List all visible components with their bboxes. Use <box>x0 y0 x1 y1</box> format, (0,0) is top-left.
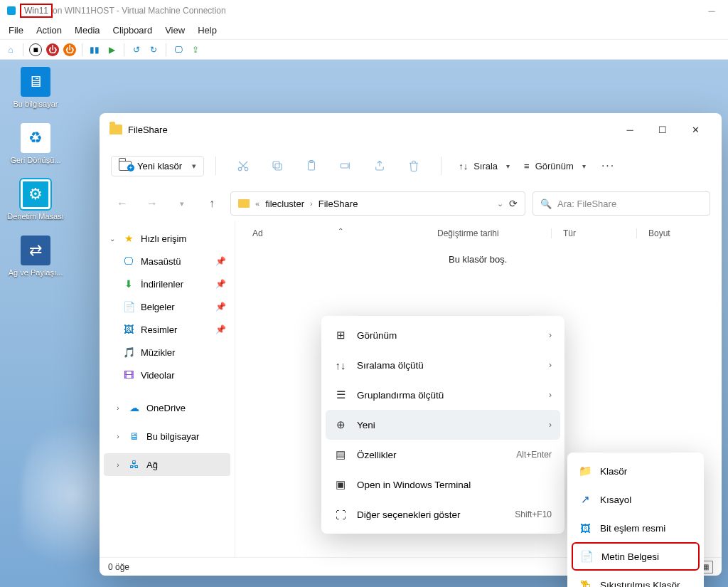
grid-icon: ⊞ <box>334 329 347 342</box>
group-icon: ☰ <box>334 388 347 401</box>
sidebar-item-desktop[interactable]: 🖵 Masaüstü 📌 <box>104 250 230 273</box>
chevron-right-icon[interactable]: › <box>310 199 313 208</box>
view-button[interactable]: ≡ Görünüm ▾ <box>518 153 592 179</box>
desktop-label: Geri Dönüşü... <box>7 156 64 165</box>
paste-button[interactable] <box>296 153 327 179</box>
column-modified[interactable]: Değiştirme tarihi <box>437 228 551 238</box>
back-button[interactable]: ← <box>111 197 134 210</box>
new-folder-button[interactable]: + Yeni klasör ▾ <box>111 156 204 176</box>
enhanced-session-icon[interactable]: 🖵 <box>172 43 185 56</box>
share-button[interactable] <box>364 153 395 179</box>
ctx-label: Diğer seçenekleri göster <box>357 509 505 520</box>
column-type[interactable]: Tür <box>551 228 636 238</box>
reset-button[interactable]: ▶ <box>105 43 118 56</box>
address-bar[interactable]: « filecluster › FileShare ⌄ ⟳ <box>230 191 525 216</box>
plus-badge-icon: + <box>127 164 134 171</box>
more-button[interactable]: ··· <box>594 159 622 172</box>
turnoff-button[interactable]: ⏻ <box>46 43 59 56</box>
close-button[interactable]: ✕ <box>679 117 712 142</box>
desktop-icon-network[interactable]: ⇄ Ağ ve Paylaşı... <box>7 236 64 277</box>
delete-button[interactable] <box>398 153 429 179</box>
sidebar-item-network[interactable]: › 🖧 Ağ <box>104 453 230 476</box>
sidebar-label: İndirilenler <box>141 279 183 290</box>
sidebar-label: Bu bilgisayar <box>146 431 199 442</box>
sidebar-label: Belgeler <box>141 302 175 312</box>
subctx-bitmap[interactable]: 🖼 Bit eşlem resmi <box>572 514 700 542</box>
context-menu: ⊞ Görünüm › ↑↓ Sıralama ölçütü › ☰ Grupl… <box>321 316 564 534</box>
up-button[interactable]: ↑ <box>200 197 223 210</box>
menu-clipboard[interactable]: Clipboard <box>113 25 153 36</box>
checkpoint-button[interactable]: ↺ <box>130 43 143 56</box>
desktop-icon-control-panel[interactable]: ⚙ Denetim Masası <box>7 179 64 221</box>
breadcrumb-ellipsis[interactable]: « <box>255 199 259 208</box>
sidebar-item-pictures[interactable]: 🖼 Resimler 📌 <box>104 318 230 341</box>
recent-locations-button[interactable]: ▾ <box>171 199 193 208</box>
subctx-label: Sıkıştırılmış Klasör <box>600 580 680 588</box>
column-headers: Ad⌃ Değiştirme tarihi Tür Boyut <box>235 221 722 245</box>
subctx-folder[interactable]: 📁 Klasör <box>572 457 700 485</box>
chevron-down-icon[interactable]: ⌄ <box>497 199 503 208</box>
ctrl-alt-del-icon[interactable]: ⌂ <box>4 43 17 56</box>
terminal-icon: ▣ <box>334 478 347 491</box>
desktop-icon-this-pc[interactable]: 🖥 Bu bilgisayar <box>7 67 64 109</box>
revert-button[interactable]: ↻ <box>147 43 160 56</box>
ctx-group[interactable]: ☰ Gruplandırma ölçütü › <box>326 380 560 410</box>
sidebar-item-music[interactable]: 🎵 Müzikler <box>104 341 230 364</box>
sidebar-item-downloads[interactable]: ⬇ İndirilenler 📌 <box>104 273 230 295</box>
desktop-label: Denetim Masası <box>7 212 64 221</box>
sidebar-item-onedrive[interactable]: › ☁ OneDrive <box>104 396 230 419</box>
host-toolbar: ⌂ ■ ⏻ ⏻ ▮▮ ▶ ↺ ↻ 🖵 ⇪ <box>0 40 728 60</box>
ctx-new[interactable]: ⊕ Yeni › <box>326 410 560 440</box>
search-icon: 🔍 <box>540 199 552 209</box>
host-minimize-button[interactable]: ─ <box>695 0 728 21</box>
menu-help[interactable]: Help <box>198 25 217 36</box>
explorer-titlebar[interactable]: FileShare ─ ☐ ✕ <box>100 113 722 146</box>
recycle-icon: ♻ <box>21 123 50 153</box>
sidebar-item-documents[interactable]: 📄 Belgeler 📌 <box>104 295 230 318</box>
sidebar-item-videos[interactable]: 🎞 Videolar <box>104 364 230 386</box>
maximize-button[interactable]: ☐ <box>646 117 679 142</box>
refresh-button[interactable]: ⟳ <box>509 198 518 209</box>
chevron-down-icon[interactable]: ⌄ <box>108 235 117 243</box>
menu-action[interactable]: Action <box>36 25 62 36</box>
sort-button[interactable]: ↑↓ Sırala ▾ <box>453 153 515 179</box>
chevron-right-icon[interactable]: › <box>114 404 122 412</box>
folder-icon <box>109 125 122 134</box>
menu-view[interactable]: View <box>165 25 185 36</box>
copy-button[interactable] <box>262 153 293 179</box>
chevron-right-icon[interactable]: › <box>114 433 122 440</box>
chevron-right-icon[interactable]: › <box>114 461 122 469</box>
sidebar-item-this-pc[interactable]: › 🖥 Bu bilgisayar <box>104 425 230 448</box>
subctx-shortcut[interactable]: ↗ Kısayol <box>572 485 700 514</box>
menu-media[interactable]: Media <box>75 25 100 36</box>
pause-button[interactable]: ▮▮ <box>88 43 101 56</box>
ctx-open-terminal[interactable]: ▣ Open in Windows Terminal <box>326 470 560 499</box>
column-size[interactable]: Boyut <box>636 228 722 238</box>
video-icon: 🎞 <box>122 369 135 381</box>
shutdown-button[interactable]: ⏻ <box>63 43 76 56</box>
minimize-button[interactable]: ─ <box>614 117 646 142</box>
subctx-text-document[interactable]: 📄 Metin Belgesi <box>572 542 700 571</box>
column-name[interactable]: Ad⌃ <box>252 228 437 238</box>
ctx-sort[interactable]: ↑↓ Sıralama ölçütü › <box>326 350 560 380</box>
start-button[interactable]: ■ <box>29 43 42 56</box>
cut-button[interactable] <box>228 153 259 179</box>
ctx-properties[interactable]: ▤ Özellikler Alt+Enter <box>326 440 560 470</box>
share-button[interactable]: ⇪ <box>189 43 202 56</box>
menu-file[interactable]: File <box>9 25 23 36</box>
ctx-view[interactable]: ⊞ Görünüm › <box>326 320 560 350</box>
desktop-label: Ağ ve Paylaşı... <box>7 268 64 277</box>
sidebar-label: Resimler <box>141 324 177 335</box>
forward-button[interactable]: → <box>141 197 164 210</box>
guest-desktop[interactable]: 🖥 Bu bilgisayar ♻ Geri Dönüşü... ⚙ Denet… <box>0 60 728 587</box>
sidebar-quick-access[interactable]: ⌄ ★ Hızlı erişim <box>104 227 230 250</box>
breadcrumb-part[interactable]: filecluster <box>265 199 304 209</box>
ctx-more-options[interactable]: ⛶ Diğer seçenekleri göster Shift+F10 <box>326 499 560 529</box>
search-input[interactable]: 🔍 Ara: FileShare <box>532 191 710 216</box>
desktop-icon-recycle-bin[interactable]: ♻ Geri Dönüşü... <box>7 123 64 165</box>
item-count: 0 öğe <box>108 562 129 572</box>
breadcrumb-part[interactable]: FileShare <box>318 199 358 209</box>
subctx-compressed-folder[interactable]: 🗜 Sıkıştırılmış Klasör <box>572 571 700 587</box>
vm-icon <box>6 5 17 16</box>
rename-button[interactable] <box>330 153 361 179</box>
